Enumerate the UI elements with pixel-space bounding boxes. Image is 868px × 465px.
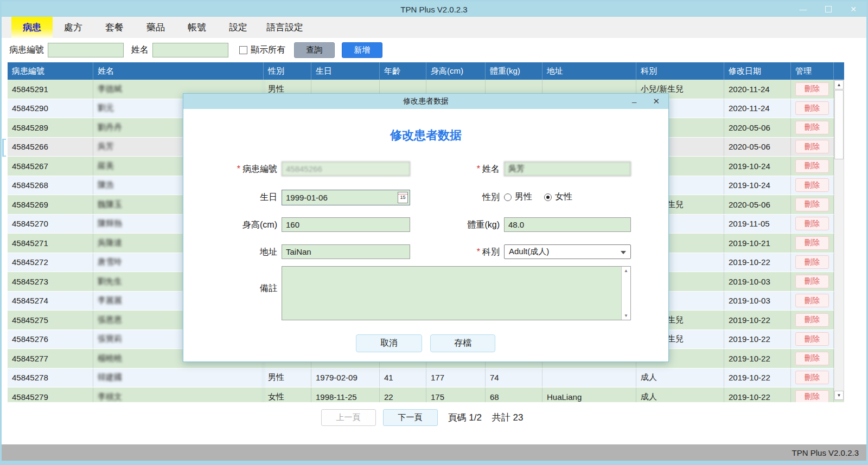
window-titlebar: TPN Plus V2.0.2.3 — ✕ xyxy=(2,2,866,17)
gender-radio-male[interactable]: 男性 xyxy=(504,191,532,203)
delete-button[interactable]: 刪除 xyxy=(795,159,829,173)
tab-prescription[interactable]: 處方 xyxy=(53,17,94,38)
prev-page-button[interactable]: 上一頁 xyxy=(321,409,376,426)
cell-modified: 2019-10-22 xyxy=(724,388,791,402)
delete-button[interactable]: 刪除 xyxy=(795,82,829,96)
delete-button[interactable]: 刪除 xyxy=(795,140,829,153)
gender-radio-female[interactable]: 女性 xyxy=(544,191,572,203)
patient-id-search-input[interactable] xyxy=(48,43,124,57)
cell-modified: 2020-05-06 xyxy=(724,118,791,137)
weight-field[interactable] xyxy=(504,217,631,232)
close-icon[interactable]: ✕ xyxy=(850,5,857,13)
note-scroll-up-icon[interactable]: ▲ xyxy=(624,268,628,273)
column-header[interactable]: 修改日期 xyxy=(724,62,791,80)
cell-height: 175 xyxy=(426,388,486,402)
search-bar: 病患編號 姓名 顯示所有 查詢 新增 xyxy=(2,38,866,62)
birthday-field[interactable] xyxy=(282,190,398,205)
total-count-text: 共計 23 xyxy=(492,411,524,424)
delete-button[interactable]: 刪除 xyxy=(795,217,829,230)
cell-id: 45845275 xyxy=(8,311,93,330)
scrollbar-down-icon[interactable]: ▼ xyxy=(834,391,844,400)
cancel-button[interactable]: 取消 xyxy=(356,334,422,352)
pagination: 上一頁 下一頁 頁碼 1/2 共計 23 xyxy=(0,409,854,426)
dept-select-value: Adult(成人) xyxy=(509,247,549,257)
radio-icon xyxy=(504,193,512,201)
radio-label: 女性 xyxy=(555,191,572,203)
column-header[interactable]: 生日 xyxy=(311,62,380,80)
dialog-close-icon[interactable]: ✕ xyxy=(653,96,660,106)
height-field[interactable] xyxy=(282,217,410,232)
delete-button[interactable]: 刪除 xyxy=(795,178,829,192)
table-row[interactable]: 45845279李積文女性1998-11-252217568HuaLiang成人… xyxy=(8,388,844,402)
cell-id: 45845290 xyxy=(8,99,93,118)
dialog-titlebar: 修改患者数据 – ✕ xyxy=(183,94,668,109)
cell-modified: 2020-05-06 xyxy=(724,138,791,157)
cell-weight: 74 xyxy=(486,369,542,388)
show-all-checkbox[interactable] xyxy=(239,46,247,54)
delete-button[interactable]: 刪除 xyxy=(795,255,829,269)
note-field[interactable] xyxy=(282,267,621,320)
cell-modified: 2019-10-22 xyxy=(724,330,791,349)
tab-language-settings[interactable]: 語言設定 xyxy=(259,17,311,38)
birthday-date-picker[interactable]: 15 xyxy=(282,190,410,205)
delete-button[interactable]: 刪除 xyxy=(795,101,829,115)
name-field[interactable] xyxy=(504,162,631,176)
minimize-icon[interactable]: — xyxy=(799,5,807,13)
tab-patient[interactable]: 病患 xyxy=(11,17,53,38)
gender-radio-group: 男性女性 xyxy=(504,190,572,204)
name-search-input[interactable] xyxy=(152,43,228,57)
delete-button[interactable]: 刪除 xyxy=(795,236,829,250)
height-field-label: 身高(cm) xyxy=(183,217,277,232)
delete-button[interactable]: 刪除 xyxy=(795,294,829,307)
delete-button[interactable]: 刪除 xyxy=(795,121,829,134)
delete-button[interactable]: 刪除 xyxy=(795,390,829,402)
delete-button[interactable]: 刪除 xyxy=(795,275,829,288)
maximize-icon[interactable] xyxy=(825,6,832,12)
delete-button[interactable]: 刪除 xyxy=(795,371,829,384)
tab-settings[interactable]: 設定 xyxy=(218,17,259,38)
delete-button[interactable]: 刪除 xyxy=(795,352,829,365)
dialog-title: 修改患者数据 xyxy=(403,96,449,106)
save-button[interactable]: 存檔 xyxy=(430,334,495,352)
dept-select[interactable]: Adult(成人) xyxy=(504,244,631,259)
scrollbar-up-icon[interactable]: ▲ xyxy=(834,80,844,89)
column-header[interactable]: 性別 xyxy=(264,62,311,80)
delete-button[interactable]: 刪除 xyxy=(795,313,829,327)
column-header[interactable]: 身高(cm) xyxy=(426,62,486,80)
column-header[interactable]: 管理 xyxy=(791,62,834,80)
dialog-minimize-icon[interactable]: – xyxy=(632,97,636,106)
cell-modified: 2020-11-24 xyxy=(724,99,791,118)
show-all-label: 顯示所有 xyxy=(251,44,285,56)
cell-modified: 2019-10-03 xyxy=(724,272,791,291)
note-scrollbar[interactable]: ▲ ▼ xyxy=(621,267,630,320)
note-scroll-down-icon[interactable]: ▼ xyxy=(624,313,628,318)
next-page-button[interactable]: 下一頁 xyxy=(383,409,438,426)
required-mark: * xyxy=(237,164,240,173)
cell-action: 刪除 xyxy=(791,349,834,368)
add-button[interactable]: 新增 xyxy=(342,42,382,58)
table-scrollbar[interactable]: ▲ ▼ xyxy=(834,80,844,401)
column-header[interactable]: 年齡 xyxy=(380,62,426,80)
scrollbar-thumb[interactable] xyxy=(834,90,844,159)
name-search-label: 姓名 xyxy=(131,44,149,56)
tab-package[interactable]: 套餐 xyxy=(94,17,135,38)
column-header[interactable]: 地址 xyxy=(542,62,636,80)
table-row[interactable]: 45845278韓建國男性1979-02-094117774成人2019-10-… xyxy=(8,369,844,388)
column-header[interactable]: 病患編號 xyxy=(8,62,93,80)
cell-birthday: 1979-02-09 xyxy=(311,369,380,388)
tab-account[interactable]: 帳號 xyxy=(176,17,218,38)
address-field[interactable] xyxy=(282,244,410,259)
cell-age: 22 xyxy=(380,388,426,402)
column-header[interactable]: 科別 xyxy=(636,62,724,80)
delete-button[interactable]: 刪除 xyxy=(795,332,829,346)
column-header[interactable]: 體重(kg) xyxy=(486,62,542,80)
window-bottom-border xyxy=(2,461,866,463)
column-header[interactable]: 姓名 xyxy=(93,62,264,80)
cell-action: 刪除 xyxy=(791,292,834,311)
tab-medicine[interactable]: 藥品 xyxy=(135,17,176,38)
cell-id: 45845266 xyxy=(8,138,93,157)
cell-modified: 2019-10-22 xyxy=(724,311,791,330)
cell-id: 45845270 xyxy=(8,215,93,234)
delete-button[interactable]: 刪除 xyxy=(795,198,829,211)
query-button[interactable]: 查詢 xyxy=(294,42,335,58)
